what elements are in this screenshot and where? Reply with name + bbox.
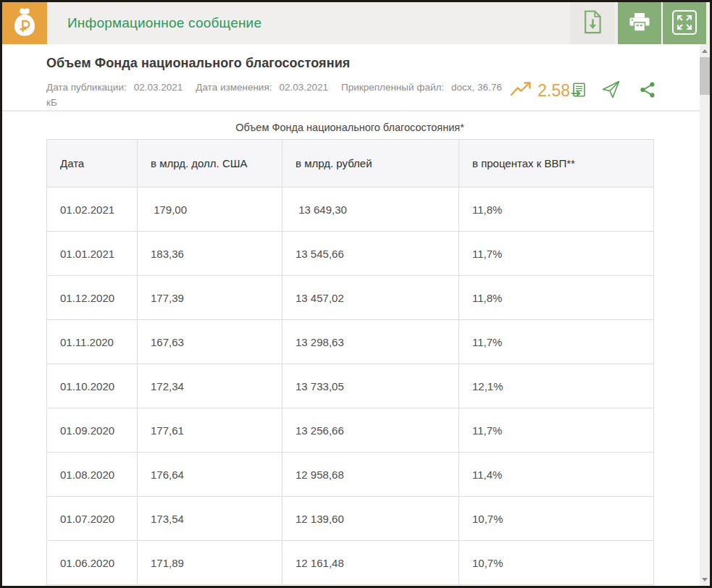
table-cell: 173,54 [138, 497, 282, 541]
table-cell: 13 298,63 [282, 320, 459, 364]
rating-widget: 2.58 [510, 78, 656, 103]
stats-report-button[interactable] [571, 83, 585, 99]
print-icon [629, 12, 650, 35]
section-divider [2, 110, 700, 112]
rating-value: 2.58 [537, 81, 570, 101]
table-cell: 01.06.2020 [47, 541, 138, 585]
column-header-rub: в млрд. рублей [282, 140, 459, 188]
table-row: 01.06.2020171,8912 161,4810,7% [47, 541, 654, 585]
table-cell: 12 161,48 [282, 541, 459, 585]
modified-date-value: 02.03.2021 [279, 82, 328, 93]
table-cell: 10,7% [459, 497, 654, 541]
column-header-date: Дата [47, 140, 138, 188]
table-row: 01.02.2021 179,00 13 649,3011,8% [47, 188, 654, 232]
scroll-up-button[interactable] [700, 46, 710, 56]
scroll-down-button[interactable] [700, 574, 710, 584]
column-header-usd: в млрд. долл. США [138, 140, 282, 188]
table-cell: 176,64 [138, 453, 282, 497]
table-cell: 172,34 [138, 364, 282, 408]
table-header-row: Дата в млрд. долл. США в млрд. рублей в … [47, 140, 654, 188]
table-title: Объем Фонда национального благосостояния… [46, 122, 653, 133]
article-title: Объем Фонда национального благосостояния [46, 56, 350, 71]
send-button[interactable] [601, 80, 621, 101]
table-cell: 01.08.2020 [47, 453, 138, 497]
table-cell: 11,7% [459, 320, 654, 364]
article-meta: Дата публикации:02.03.2021Дата изменения… [46, 80, 516, 110]
table-cell: 11,4% [459, 453, 654, 497]
table-cell: 01.01.2021 [47, 232, 138, 276]
attached-file-label: Прикрепленный файл: [341, 82, 444, 93]
fullscreen-icon [671, 9, 698, 38]
page-title: Информационное сообщение [67, 2, 261, 44]
table-row: 01.12.2020177,3913 457,0211,8% [47, 276, 654, 320]
table-row: 01.07.2020173,5412 139,6010,7% [47, 497, 654, 541]
table-row: 01.10.2020172,3413 733,0512,1% [47, 364, 654, 408]
table-cell: 01.11.2020 [47, 320, 138, 364]
share-button[interactable] [640, 81, 656, 101]
toolbar-actions [570, 2, 706, 44]
table-row: 01.09.2020177,6113 256,6611,7% [47, 408, 654, 453]
trend-up-icon [510, 81, 532, 101]
table-cell: 183,36 [138, 232, 282, 276]
table-cell: 11,8% [459, 276, 654, 320]
table-cell: 171,89 [138, 541, 282, 585]
scrollbar-thumb[interactable] [700, 57, 710, 95]
table-cell: 13 256,66 [282, 408, 459, 453]
table-cell: 13 733,05 [282, 364, 459, 408]
table-cell: 01.02.2021 [47, 188, 138, 232]
money-bag-logo[interactable] [2, 2, 47, 44]
table-cell: 11,8% [459, 188, 654, 232]
fund-volume-table: Дата в млрд. долл. США в млрд. рублей в … [46, 139, 654, 585]
attached-file-link[interactable]: docx, 36.76 [451, 82, 502, 93]
table-cell: 167,63 [138, 320, 282, 364]
scroll-up-icon [702, 49, 708, 53]
stats-report-icon [571, 83, 585, 99]
table-cell: 177,39 [138, 276, 282, 320]
table-cell: 01.07.2020 [47, 497, 138, 541]
table-cell: 177,61 [138, 408, 282, 453]
modified-date-label: Дата изменения: [196, 82, 272, 93]
money-bag-ruble-icon [12, 7, 38, 40]
table-cell: 11,7% [459, 232, 654, 276]
fullscreen-button[interactable] [663, 2, 706, 44]
table-cell: 12,1% [459, 364, 654, 408]
column-header-gdp: в процентах к ВВП** [459, 140, 654, 188]
table-cell: 13 545,66 [282, 232, 459, 276]
send-plane-icon [601, 80, 621, 101]
table-row: 01.08.2020176,6412 958,6811,4% [47, 453, 654, 497]
print-button[interactable] [618, 2, 661, 44]
vertical-scrollbar[interactable] [700, 44, 710, 586]
table-row: 01.11.2020167,6313 298,6311,7% [47, 320, 654, 364]
table-cell: 12 139,60 [282, 497, 459, 541]
table-cell: 13 649,30 [282, 188, 459, 232]
toolbar: Информационное сообщение [2, 2, 710, 44]
publication-date-label: Дата публикации: [46, 82, 127, 93]
table-cell: 10,7% [459, 541, 654, 585]
table-cell: 11,7% [459, 408, 654, 453]
page-window: Информационное сообщение [0, 0, 712, 588]
table-cell: 01.10.2020 [47, 364, 138, 408]
download-button[interactable] [570, 2, 615, 44]
table-cell: 13 457,02 [282, 276, 459, 320]
scroll-down-icon [702, 578, 708, 581]
table-row: 01.01.2021183,3613 545,6611,7% [47, 232, 654, 276]
publication-date-value: 02.03.2021 [134, 82, 183, 93]
download-document-icon [583, 10, 603, 36]
table-cell: 01.09.2020 [47, 408, 138, 453]
table-cell: 179,00 [138, 188, 282, 232]
attached-file-size-unit[interactable]: кБ [46, 95, 516, 110]
table-cell: 12 958,68 [282, 453, 459, 497]
table-cell: 01.12.2020 [47, 276, 138, 320]
share-icon [640, 81, 656, 101]
